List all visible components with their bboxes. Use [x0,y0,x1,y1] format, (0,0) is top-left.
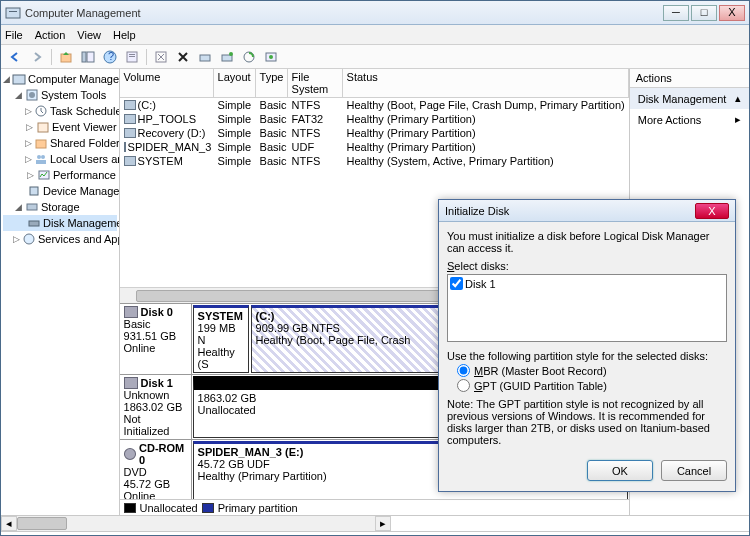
back-button[interactable] [5,47,25,67]
tree-event-viewer[interactable]: ▷Event Viewer [3,119,117,135]
svg-point-30 [24,234,34,244]
collapse-icon: ▴ [735,92,741,105]
svg-rect-11 [200,55,210,61]
svg-point-19 [29,92,35,98]
select-disks-label: Select disks: [447,260,727,272]
menu-view[interactable]: View [77,29,101,41]
col-type[interactable]: Type [256,69,288,97]
delete-icon[interactable] [173,47,193,67]
col-fs[interactable]: File System [288,69,343,97]
maximize-button[interactable]: □ [691,5,717,21]
cancel-button[interactable]: Cancel [661,460,727,481]
tree-disk-management[interactable]: Disk Management [3,215,117,231]
tree-shared-folders[interactable]: ▷Shared Folders [3,135,117,151]
disk-checkbox-1[interactable]: Disk 1 [450,277,724,290]
dialog-message: You must initialize a disk before Logica… [447,230,727,254]
tree-pane: ◢Computer Management (Local ◢System Tool… [1,69,120,515]
menubar: File Action View Help [1,25,749,45]
svg-rect-0 [6,8,20,18]
partition-style-label: Use the following partition style for th… [447,350,727,362]
svg-text:?: ? [108,50,114,62]
radio-gpt[interactable]: GPT (GUID Partition Table) [457,379,727,392]
col-layout[interactable]: Layout [214,69,256,97]
status-bar [1,531,749,536]
svg-rect-29 [29,221,39,226]
window-title: Computer Management [25,7,661,19]
svg-rect-17 [13,75,25,84]
legend: Unallocated Primary partition [120,499,629,515]
toolbar-icon-1[interactable] [195,47,215,67]
forward-button[interactable] [27,47,47,67]
svg-rect-26 [39,171,49,179]
show-hide-tree-button[interactable] [78,47,98,67]
actions-disk-management[interactable]: Disk Management▴ [630,88,749,109]
properties-button[interactable] [122,47,142,67]
volume-icon [124,142,126,152]
volume-icon [124,100,136,110]
tree-root[interactable]: ◢Computer Management (Local [3,71,117,87]
svg-rect-2 [61,54,71,62]
tree-services[interactable]: ▷Services and Applications [3,231,117,247]
toolbar: ? [1,45,749,69]
volume-row[interactable]: (C:)SimpleBasicNTFSHealthy (Boot, Page F… [120,98,629,112]
svg-rect-22 [36,140,46,148]
minimize-button[interactable]: ─ [663,5,689,21]
tree-scrollbar[interactable]: ◂▸ [1,515,749,531]
tree-device-manager[interactable]: Device Manager [3,183,117,199]
cdrom-icon [124,448,136,460]
disk-icon [124,377,138,389]
radio-mbr[interactable]: MBR (Master Boot Record) [457,364,727,377]
volume-row[interactable]: HP_TOOLSSimpleBasicFAT32Healthy (Primary… [120,112,629,126]
svg-rect-8 [129,54,135,55]
menu-action[interactable]: Action [35,29,66,41]
svg-point-23 [37,155,41,159]
svg-rect-4 [87,52,94,62]
volume-header: Volume Layout Type File System Status [120,69,629,98]
partition-system[interactable]: SYSTEM199 MB NHealthy (S [193,305,249,373]
dialog-close-button[interactable]: X [695,203,729,219]
volume-row[interactable]: Recovery (D:)SimpleBasicNTFSHealthy (Pri… [120,126,629,140]
toolbar-icon-2[interactable] [217,47,237,67]
toolbar-icon-4[interactable] [261,47,281,67]
svg-rect-9 [129,56,135,57]
volume-row[interactable]: SYSTEMSimpleBasicNTFSHealthy (System, Ac… [120,154,629,168]
initialize-disk-dialog: Initialize Disk X You must initialize a … [438,199,736,492]
tree-system-tools[interactable]: ◢System Tools [3,87,117,103]
up-button[interactable] [56,47,76,67]
window-titlebar: Computer Management ─ □ X [1,1,749,25]
col-volume[interactable]: Volume [120,69,214,97]
ok-button[interactable]: OK [587,460,653,481]
tree-task-scheduler[interactable]: ▷Task Scheduler [3,103,117,119]
volume-icon [124,114,136,124]
col-status[interactable]: Status [343,69,629,97]
svg-point-24 [41,155,45,159]
refresh-button[interactable] [151,47,171,67]
tree-local-users[interactable]: ▷Local Users and Groups [3,151,117,167]
svg-rect-27 [30,187,38,195]
dialog-title: Initialize Disk [445,205,695,217]
actions-more[interactable]: More Actions▸ [630,109,749,130]
help-button[interactable]: ? [100,47,120,67]
volume-icon [124,156,136,166]
svg-point-16 [269,55,273,59]
actions-header: Actions [630,69,749,88]
volume-icon [124,128,136,138]
menu-file[interactable]: File [5,29,23,41]
menu-help[interactable]: Help [113,29,136,41]
svg-rect-3 [82,52,86,62]
chevron-right-icon: ▸ [735,113,741,126]
svg-rect-25 [36,160,46,164]
svg-rect-28 [27,204,37,210]
dialog-note: Note: The GPT partition style is not rec… [447,398,727,446]
disk-icon [124,306,138,318]
svg-rect-1 [9,11,17,12]
disk-list[interactable]: Disk 1 [447,274,727,342]
svg-rect-21 [38,123,48,132]
app-icon [5,5,21,21]
close-button[interactable]: X [719,5,745,21]
tree-performance[interactable]: ▷Performance [3,167,117,183]
svg-point-13 [229,52,233,56]
volume-row[interactable]: SPIDER_MAN_3 (E:)SimpleBasicUDFHealthy (… [120,140,629,154]
toolbar-icon-3[interactable] [239,47,259,67]
tree-storage[interactable]: ◢Storage [3,199,117,215]
